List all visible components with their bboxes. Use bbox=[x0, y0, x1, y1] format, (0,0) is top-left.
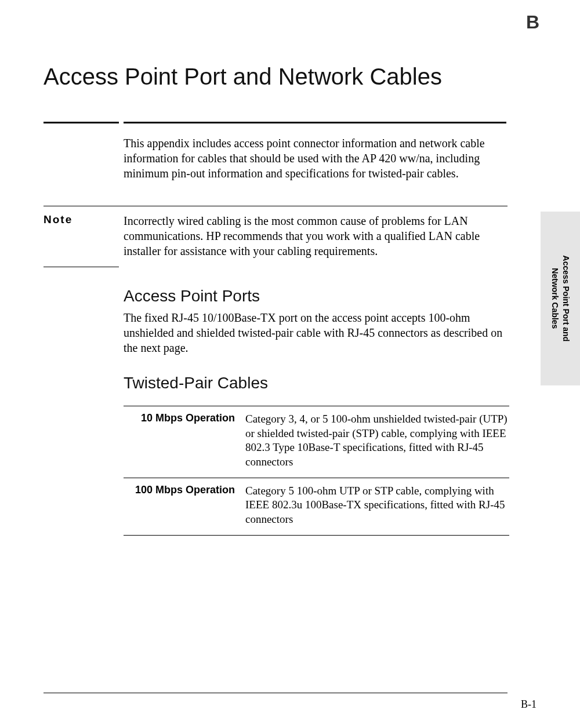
rule-short-top bbox=[44, 122, 119, 123]
table-row: 10 Mbps Operation Category 3, 4, or 5 10… bbox=[124, 406, 509, 478]
rule-long-top bbox=[124, 122, 506, 123]
note-body: Incorrectly wired cabling is the most co… bbox=[124, 213, 506, 259]
page: B Access Point Port and Network Cables A… bbox=[0, 0, 580, 728]
side-tab-label: Access Point Port and Network Cables bbox=[549, 256, 571, 342]
ports-body: The fixed RJ-45 10/100Base-TX port on th… bbox=[124, 310, 506, 355]
spec-label: 10 Mbps Operation bbox=[124, 412, 245, 469]
cable-spec-table: 10 Mbps Operation Category 3, 4, or 5 10… bbox=[124, 406, 509, 536]
page-title: Access Point Port and Network Cables bbox=[44, 64, 442, 90]
page-number: B-1 bbox=[521, 698, 536, 711]
spec-desc: Category 5 100-ohm UTP or STP cable, com… bbox=[245, 484, 509, 527]
side-tab: Access Point Port and Network Cables bbox=[541, 212, 580, 385]
side-tab-line2: Network Cables bbox=[549, 256, 560, 342]
heading-twisted-pair-cables: Twisted-Pair Cables bbox=[124, 374, 268, 392]
side-tab-line1: Access Point Port and bbox=[560, 256, 571, 342]
note-rule-top bbox=[44, 206, 507, 206]
intro-paragraph: This appendix includes access point conn… bbox=[124, 136, 506, 181]
table-row: 100 Mbps Operation Category 5 100-ohm UT… bbox=[124, 478, 509, 535]
table-rule-bottom bbox=[124, 535, 509, 536]
note-label: Note bbox=[44, 213, 72, 226]
spec-label: 100 Mbps Operation bbox=[124, 484, 245, 527]
appendix-letter: B bbox=[526, 12, 539, 33]
footer-rule bbox=[44, 693, 507, 693]
spec-desc: Category 3, 4, or 5 100-ohm unshielded t… bbox=[245, 412, 509, 469]
heading-access-point-ports: Access Point Ports bbox=[124, 287, 260, 305]
note-rule-bottom bbox=[44, 267, 119, 267]
